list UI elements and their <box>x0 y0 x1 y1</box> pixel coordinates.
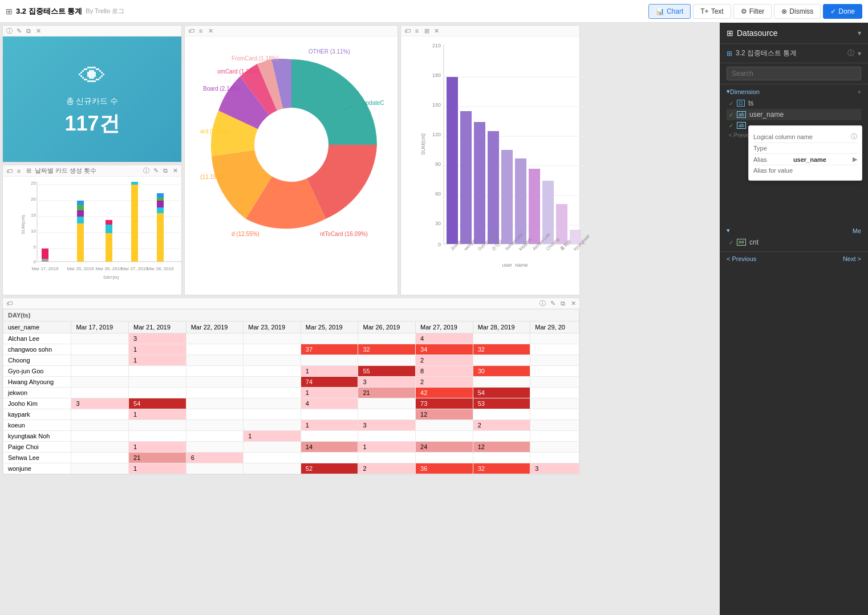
cell-value: 37 <box>301 344 358 355</box>
th-user-name: user_name <box>3 321 71 333</box>
chart-button[interactable]: 📊 Chart <box>648 4 691 19</box>
cell-value <box>358 453 416 463</box>
sidebar-search <box>720 63 868 84</box>
cell-value: 1 <box>301 366 358 377</box>
cell-value: 1 <box>358 442 416 453</box>
next-button[interactable]: Next > <box>843 255 861 262</box>
cell-value <box>358 398 416 409</box>
sidebar-item-ts[interactable]: ✓ ⊡ ts <box>727 97 861 109</box>
svg-text:Mar 27, 2019: Mar 27, 2019 <box>121 266 148 271</box>
tooltip-expand-icon[interactable]: ▶ <box>853 156 857 163</box>
donut-widget-panel: 🏷 ≡ ✕ <box>184 25 398 295</box>
username-label: user_name <box>749 111 784 119</box>
cell-value <box>186 409 244 420</box>
copy3-icon[interactable]: ⧉ <box>559 299 567 307</box>
table-close-icon[interactable]: ✕ <box>569 299 577 307</box>
large-bar-close-icon[interactable]: ✕ <box>432 27 440 35</box>
dimension-add-icon[interactable]: + <box>858 88 861 95</box>
list3-icon[interactable]: ≡ <box>15 167 23 175</box>
cell-value <box>186 333 244 344</box>
copy2-icon[interactable]: ⧉ <box>161 167 169 175</box>
sidebar-item-cnt[interactable]: ✓ ## cnt <box>727 237 861 248</box>
close-icon[interactable]: ✕ <box>34 27 42 35</box>
svg-text:30: 30 <box>435 221 441 226</box>
measure-label: Me <box>853 227 861 234</box>
table-row: Choong12 <box>3 355 579 366</box>
svg-text:d (12.55%): d (12.55%) <box>232 231 259 237</box>
dismiss-button[interactable]: ⊗ Dismiss <box>774 4 821 19</box>
tag-icon[interactable]: 🏷 <box>187 27 195 35</box>
cell-value: 1 <box>129 463 186 474</box>
filter-button[interactable]: ⚙ Filter <box>733 4 772 19</box>
cell-username: Gyo-jun Goo <box>3 366 71 377</box>
text-button[interactable]: T+ Text <box>693 4 731 19</box>
cell-value <box>358 333 416 344</box>
tooltip-info-icon[interactable]: ⓘ <box>851 132 857 141</box>
th-mar26: Mar 26, 2019 <box>358 321 416 333</box>
svg-text:90: 90 <box>435 161 441 167</box>
tag4-icon[interactable]: 🏷 <box>5 299 13 307</box>
svg-rect-75 <box>157 207 164 213</box>
measure-collapse-icon[interactable]: ▾ <box>727 227 730 234</box>
tag2-icon[interactable]: 🏷 <box>403 27 411 35</box>
cell-value <box>530 420 579 431</box>
datasource-expand-icon[interactable]: ▾ <box>858 50 861 58</box>
hash-type-icon: ## <box>737 239 746 246</box>
prev-button[interactable]: < Previous <box>727 255 756 262</box>
edit2-icon[interactable]: ✎ <box>152 167 160 175</box>
tag3-icon[interactable]: 🏷 <box>5 167 13 175</box>
sidebar-item-username[interactable]: ✓ ab user_name <box>727 109 861 120</box>
cell-value <box>186 344 244 355</box>
cell-value: 32 <box>473 463 530 474</box>
done-button[interactable]: ✓ Done <box>823 4 862 19</box>
table2-icon[interactable]: ⊞ <box>25 167 33 175</box>
table-wrapper[interactable]: DAY(ts) user_name Mar 17, 2019 Mar 21, 2… <box>3 309 579 474</box>
cell-value: 8 <box>416 366 473 377</box>
svg-rect-33 <box>529 169 540 244</box>
info3-icon[interactable]: ⓘ <box>538 299 546 307</box>
check-user-icon: ✓ <box>729 112 733 118</box>
th-mar25: Mar 25, 2019 <box>301 321 358 333</box>
table-row: Sehwa Lee216 <box>3 453 579 463</box>
list-icon[interactable]: ≡ <box>197 27 205 35</box>
cell-value <box>129 377 186 388</box>
cell-value <box>244 420 301 431</box>
metric-widget-header: ⓘ ✎ ⧉ ✕ <box>3 26 181 36</box>
cell-value: 2 <box>473 420 530 431</box>
cell-value <box>301 431 358 442</box>
sidebar-search-input[interactable] <box>727 67 861 80</box>
cell-username: Sehwa Lee <box>3 453 71 463</box>
svg-text:Mar 17, 2019: Mar 17, 2019 <box>31 266 59 271</box>
cell-value: 4 <box>416 333 473 344</box>
svg-text:20: 20 <box>31 197 36 202</box>
metric-value: 117건 <box>64 110 119 138</box>
svg-rect-31 <box>501 150 513 244</box>
table-icon[interactable]: ⊞ <box>423 27 431 35</box>
metric-widget-panel: ⓘ ✎ ⧉ ✕ 👁 총 신규카드 수 117건 <box>2 25 182 162</box>
info2-icon[interactable]: ⓘ <box>142 167 150 175</box>
page-title: 3.2 집중테스트 통계 <box>16 6 82 17</box>
cell-value <box>473 377 530 388</box>
cell-value: 36 <box>416 463 473 474</box>
svg-rect-65 <box>77 217 84 223</box>
edit3-icon[interactable]: ✎ <box>549 299 557 307</box>
svg-rect-70 <box>106 225 112 233</box>
stacked-bar-close-icon[interactable]: ✕ <box>171 167 179 175</box>
cell-value <box>530 344 579 355</box>
cell-value: 54 <box>473 388 530 398</box>
info-icon[interactable]: ⓘ <box>5 27 13 35</box>
tooltip-alias: Alias user_name ▶ <box>753 154 857 165</box>
edit-icon[interactable]: ✎ <box>15 27 23 35</box>
donut-close-icon[interactable]: ✕ <box>206 27 214 35</box>
svg-text:0: 0 <box>438 242 441 247</box>
svg-rect-28 <box>460 111 472 244</box>
table-row: koeun132 <box>3 420 579 431</box>
th-mar22: Mar 22, 2019 <box>186 321 244 333</box>
cell-value <box>530 388 579 398</box>
copy-icon[interactable]: ⧉ <box>25 27 33 35</box>
list2-icon[interactable]: ≡ <box>413 27 421 35</box>
cell-value: 1 <box>244 431 301 442</box>
datasource-info-icon[interactable]: ⓘ <box>847 48 854 58</box>
sidebar-collapse-icon[interactable]: ▾ <box>858 29 861 37</box>
cell-value: 52 <box>301 463 358 474</box>
